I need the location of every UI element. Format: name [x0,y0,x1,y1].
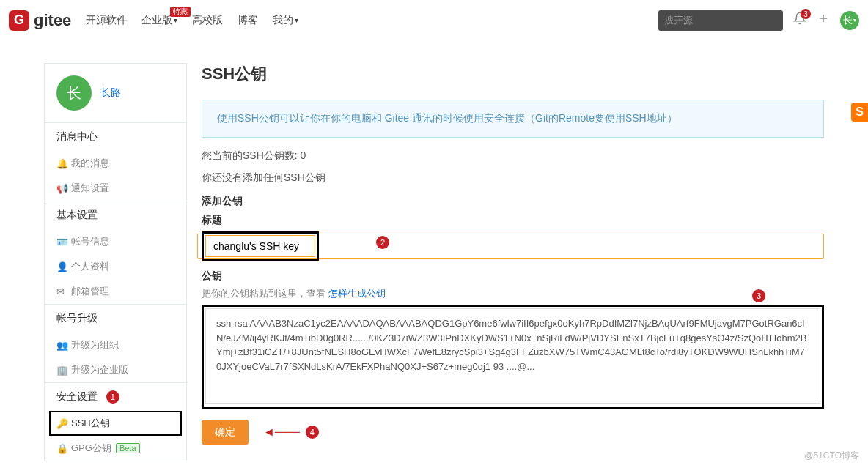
sidebar-item-label: 个人资料 [71,260,109,273]
header-right: 3 长 ▾ [658,10,859,31]
how-to-generate-link[interactable]: 怎样生成公钥 [328,288,386,299]
badge-hot: 特惠 [170,7,191,17]
group-icon: 👥 [56,340,67,351]
avatar[interactable]: 长 ▾ [840,11,859,30]
profile: 长 长路 [45,64,186,122]
sidebar-item-email[interactable]: ✉ 邮箱管理 [45,279,186,304]
sidebar-item-gpg[interactable]: 🔒 GPG公钥 Beta [45,436,186,461]
pubkey-textarea-wrap [202,305,824,409]
nav-blog[interactable]: 博客 [238,14,258,27]
page-title: SSH公钥 [202,63,824,85]
info-box: 使用SSH公钥可以让你在你的电脑和 Gitee 通讯的时候使用安全连接（Git的… [202,100,824,138]
sidebar-item-label: 升级为企业版 [71,363,128,376]
add-key-title: 添加公钥 [202,195,824,208]
building-icon: 🏢 [56,365,67,376]
bell-icon: 🔔 [56,158,67,169]
nav: 开源软件 企业版 ▾ 特惠 高校版 博客 我的 ▾ [86,14,298,27]
card-icon: 🪪 [56,237,67,248]
nav-enterprise-label: 企业版 [141,14,172,27]
profile-name[interactable]: 长路 [100,86,121,100]
logo-text: gitee [34,11,71,30]
sidebar-item-notif-settings[interactable]: 📢 通知设置 [45,176,186,201]
sidebar-item-account[interactable]: 🪪 帐号信息 [45,229,186,254]
nav-mine-label: 我的 [273,14,293,27]
plus-icon[interactable] [817,12,830,29]
nav-opensource[interactable]: 开源软件 [86,14,127,27]
sidebar-item-label: GPG公钥 [71,442,111,455]
avatar-text: 长 [843,14,853,27]
annotation-2: 2 [376,236,389,249]
nav-campus[interactable]: 高校版 [192,14,223,27]
sidebar: 长 长路 消息中心 🔔 我的消息 📢 通知设置 基本设置 🪪 帐号信息 👤 个人… [44,63,187,461]
chevron-down-icon: ▾ [174,16,177,24]
title-input[interactable] [213,240,307,252]
annotation-3: 3 [752,289,765,302]
sidebar-item-my-messages[interactable]: 🔔 我的消息 [45,151,186,176]
sidebar-item-label: SSH公钥 [71,417,110,430]
pubkey-description: 把你的公钥粘贴到这里，查看 怎样生成公钥 [202,287,386,300]
pubkey-textarea[interactable] [205,308,820,404]
sidebar-item-profile[interactable]: 👤 个人资料 [45,254,186,279]
speaker-icon: 📢 [56,183,67,194]
search-box[interactable] [658,10,783,31]
notification-badge: 3 [801,9,811,19]
bell-icon[interactable]: 3 [793,12,806,29]
logo[interactable]: G gitee [9,10,71,31]
nav-enterprise[interactable]: 企业版 ▾ 特惠 [141,14,177,27]
section-upgrade: 帐号升级 [45,304,186,333]
annotation-4: 4 [306,426,319,439]
pubkey-label: 公钥 [202,270,824,283]
lock-icon: 🔒 [56,443,67,454]
section-message: 消息中心 [45,122,186,151]
key-count: 您当前的SSH公钥数: 0 [202,149,824,163]
main-content: SSH公钥 使用SSH公钥可以让你在你的电脑和 Gitee 通讯的时候使用安全连… [202,63,824,445]
sidebar-item-upgrade-org[interactable]: 👥 升级为组织 [45,333,186,357]
arrow-icon: ◄─── [263,426,300,439]
user-icon: 👤 [56,261,67,272]
sidebar-item-label: 帐号信息 [71,235,109,248]
pubkey-desc-text: 把你的公钥粘贴到这里，查看 [202,288,328,299]
key-icon: 🔑 [56,418,67,429]
submit-button[interactable]: 确定 [202,420,249,445]
avatar-large[interactable]: 长 [56,75,92,111]
sidebar-item-label: 邮箱管理 [71,285,109,298]
search-input[interactable] [664,15,777,26]
sidebar-item-upgrade-enterprise[interactable]: 🏢 升级为企业版 [45,357,186,382]
title-input-wrap [202,231,319,261]
logo-icon: G [9,10,29,31]
annotation-1: 1 [106,390,119,404]
sidebar-item-label: 我的消息 [71,157,109,170]
header: G gitee 开源软件 企业版 ▾ 特惠 高校版 博客 我的 ▾ 3 长 ▾ [0,0,868,41]
title-label: 标题 [202,214,824,227]
chevron-down-icon: ▾ [295,16,298,24]
badge-beta: Beta [116,443,140,453]
section-basic: 基本设置 [45,201,186,229]
nav-mine[interactable]: 我的 ▾ [273,14,298,27]
mail-icon: ✉ [56,286,67,297]
sidebar-item-label: 升级为组织 [71,338,119,352]
chevron-down-icon: ▾ [853,17,856,23]
watermark: @51CTO博客 [804,450,859,462]
no-key-text: 你还没有添加任何SSH公钥 [202,171,824,185]
sogou-badge: S [851,103,868,122]
sidebar-item-ssh[interactable]: 🔑 SSH公钥 [49,411,182,436]
section-security-label: 安全设置 [56,390,98,402]
section-security: 安全设置 1 [45,382,186,411]
sidebar-item-label: 通知设置 [71,182,109,195]
